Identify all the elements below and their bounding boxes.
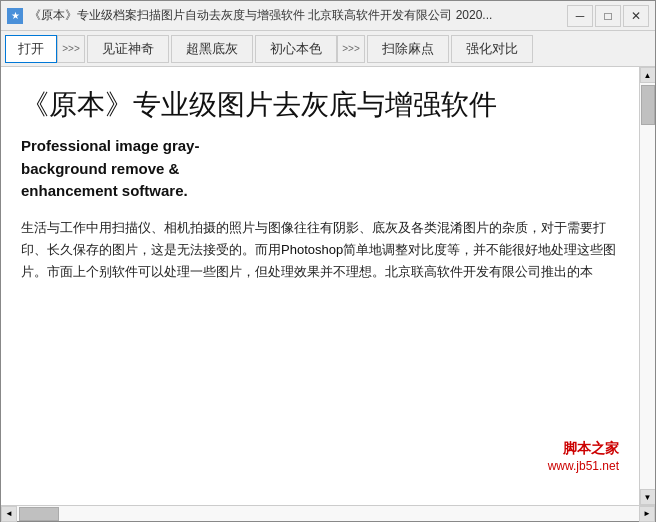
content-area: 《原本》专业级图片去灰底与增强软件 Professional image gra… — [1, 67, 639, 505]
tab-enhance[interactable]: 强化对比 — [451, 35, 533, 63]
watermark-site: www.jb51.net — [548, 458, 619, 475]
toolbar: 打开 >>> 见证神奇 超黑底灰 初心本色 >>> 扫除麻点 强化对比 — [1, 31, 655, 67]
minimize-button[interactable]: ─ — [567, 5, 593, 27]
maximize-button[interactable]: □ — [595, 5, 621, 27]
tab-witness[interactable]: 见证神奇 — [87, 35, 169, 63]
tab-black-gray[interactable]: 超黑底灰 — [171, 35, 253, 63]
scroll-thumb-horizontal[interactable] — [19, 507, 59, 521]
horizontal-scrollbar: ◄ ► — [1, 505, 655, 521]
window-controls: ─ □ ✕ — [567, 5, 649, 27]
scroll-track-vertical[interactable] — [640, 83, 655, 489]
scroll-thumb-vertical[interactable] — [641, 85, 655, 125]
title-chinese: 《原本》专业级图片去灰底与增强软件 — [21, 87, 619, 123]
body-text: 生活与工作中用扫描仪、相机拍摄的照片与图像往往有阴影、底灰及各类混淆图片的杂质，… — [21, 217, 619, 283]
title-bar: ★ 《原本》专业级档案扫描图片自动去灰度与增强软件 北京联高软件开发有限公司 2… — [1, 1, 655, 31]
vertical-scrollbar: ▲ ▼ — [639, 67, 655, 505]
photoshop-text: Photoshop — [281, 242, 343, 257]
watermark-brand: 脚本之家 — [548, 439, 619, 459]
scroll-left-button[interactable]: ◄ — [1, 506, 17, 522]
bottom-area: ◄ ► — [1, 505, 655, 521]
main-area: 《原本》专业级图片去灰底与增强软件 Professional image gra… — [1, 67, 655, 505]
more-button-1[interactable]: >>> — [57, 35, 85, 63]
app-icon: ★ — [7, 8, 23, 24]
scroll-down-button[interactable]: ▼ — [640, 489, 656, 505]
scroll-track-horizontal[interactable] — [17, 506, 639, 521]
scroll-right-button[interactable]: ► — [639, 506, 655, 522]
subtitle-english: Professional image gray- background remo… — [21, 135, 619, 203]
close-button[interactable]: ✕ — [623, 5, 649, 27]
tab-remove-dots[interactable]: 扫除麻点 — [367, 35, 449, 63]
open-button[interactable]: 打开 — [5, 35, 57, 63]
main-window: ★ 《原本》专业级档案扫描图片自动去灰度与增强软件 北京联高软件开发有限公司 2… — [0, 0, 656, 522]
tab-original[interactable]: 初心本色 — [255, 35, 337, 63]
scroll-up-button[interactable]: ▲ — [640, 67, 656, 83]
watermark: 脚本之家 www.jb51.net — [548, 439, 619, 475]
window-title: 《原本》专业级档案扫描图片自动去灰度与增强软件 北京联高软件开发有限公司 202… — [29, 7, 567, 24]
more-button-2[interactable]: >>> — [337, 35, 365, 63]
